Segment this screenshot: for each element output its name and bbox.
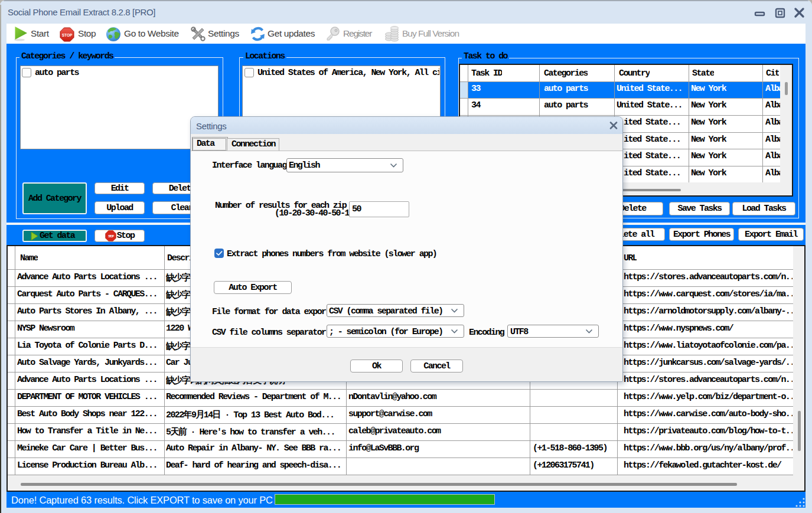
svg-text:STOP: STOP xyxy=(62,33,73,37)
